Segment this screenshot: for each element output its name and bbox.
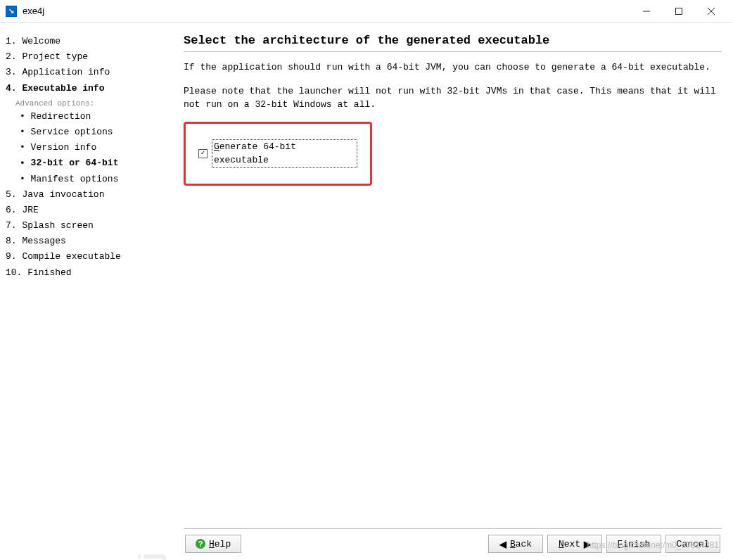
page-body: If the application should run with a 64-… xyxy=(184,61,722,526)
close-button[interactable] xyxy=(695,1,727,22)
step-splash-screen[interactable]: 7. Splash screen xyxy=(6,218,167,234)
sub-redirection[interactable]: Redirection xyxy=(6,109,167,125)
minimize-button[interactable] xyxy=(630,1,663,22)
generate-64bit-label[interactable]: Generate 64-bit executable xyxy=(212,139,357,168)
step-application-info[interactable]: 3. Application info xyxy=(6,65,167,80)
svg-rect-1 xyxy=(676,8,682,14)
page-title: Select the architecture of the generated… xyxy=(184,34,722,52)
brand-watermark: exe4j xyxy=(133,552,167,560)
sub-manifest-options[interactable]: Manifest options xyxy=(6,172,167,187)
wizard-button-bar: ? Help ◀ Back Next ▶ Finish Cancel xyxy=(184,528,722,553)
step-java-invocation[interactable]: 5. Java invocation xyxy=(6,187,167,203)
step-finished[interactable]: 10. Finished xyxy=(6,265,167,281)
next-button[interactable]: Next ▶ xyxy=(547,535,602,553)
arrow-left-icon: ◀ xyxy=(499,539,506,549)
sub-version-info[interactable]: Version info xyxy=(6,140,167,155)
highlight-box: ✓ Generate 64-bit executable xyxy=(184,122,372,186)
arrow-right-icon: ▶ xyxy=(584,539,591,549)
help-icon: ? xyxy=(196,539,205,549)
step-welcome[interactable]: 1. Welcome xyxy=(6,34,167,49)
wizard-sidebar: 1. Welcome 2. Project type 3. Applicatio… xyxy=(0,23,172,560)
advanced-options-label: Advanced options: xyxy=(6,96,167,109)
description-p1: If the application should run with a 64-… xyxy=(184,61,722,75)
help-button[interactable]: ? Help xyxy=(185,535,241,553)
finish-button[interactable]: Finish xyxy=(606,535,661,553)
app-icon: ↘ xyxy=(6,6,17,17)
step-messages[interactable]: 8. Messages xyxy=(6,234,167,249)
sub-service-options[interactable]: Service options xyxy=(6,125,167,140)
back-button[interactable]: ◀ Back xyxy=(488,535,543,553)
generate-64bit-checkbox[interactable]: ✓ xyxy=(198,149,208,158)
step-project-type[interactable]: 2. Project type xyxy=(6,49,167,65)
step-executable-info[interactable]: 4. Executable info xyxy=(6,81,167,96)
description-p2: Please note that the launcher will not r… xyxy=(184,84,722,112)
cancel-button[interactable]: Cancel xyxy=(665,535,720,553)
maximize-button[interactable] xyxy=(663,1,695,22)
sub-32-or-64-bit[interactable]: 32-bit or 64-bit xyxy=(6,155,167,171)
window-title: exe4j xyxy=(23,6,44,16)
step-jre[interactable]: 6. JRE xyxy=(6,203,167,218)
window-titlebar: ↘ exe4j xyxy=(0,0,733,23)
step-compile-executable[interactable]: 9. Compile executable xyxy=(6,249,167,265)
wizard-main: Select the architecture of the generated… xyxy=(172,23,733,560)
